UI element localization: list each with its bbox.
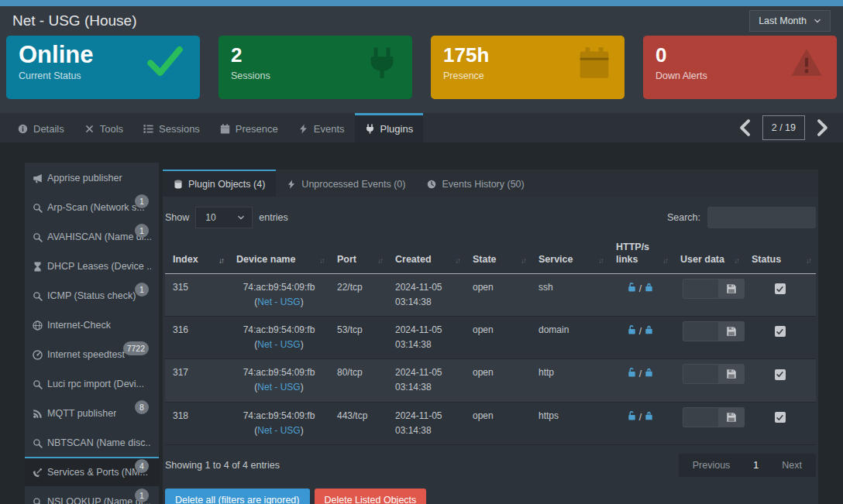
cell-port: 443/tcp xyxy=(329,402,387,444)
sidebar-item[interactable]: Luci rpc import (Devi... xyxy=(25,369,159,398)
page-size-select[interactable]: 10 xyxy=(195,207,253,228)
save-button[interactable] xyxy=(718,364,745,384)
sidebar-item[interactable]: NSLOOKUP (Name di...1 xyxy=(25,486,159,504)
sidebar-item[interactable]: MQTT publisher8 xyxy=(25,398,159,427)
column-header[interactable]: Created↓↑ xyxy=(387,238,465,273)
unlock-icon[interactable] xyxy=(627,410,637,420)
tab-label: Events xyxy=(314,123,345,135)
check-small-icon xyxy=(776,286,783,293)
count-badge: 1 xyxy=(135,283,149,297)
sidebar-item[interactable]: Arp-Scan (Network s...1 xyxy=(25,192,159,221)
clock-icon xyxy=(427,180,436,189)
cell-device-name: 74:ac:b9:54:09:fb(Net - USG) xyxy=(229,359,329,402)
lock-icon[interactable] xyxy=(644,410,654,420)
device-link[interactable]: Net - USG xyxy=(257,425,300,436)
slash-separator: / xyxy=(639,283,642,294)
list-icon xyxy=(143,124,153,134)
current-page-button[interactable]: 1 xyxy=(742,460,769,471)
tab-presence[interactable]: Presence xyxy=(210,113,288,142)
tab-label: Plugins xyxy=(380,123,414,135)
tab-events[interactable]: Events xyxy=(288,113,355,142)
column-header[interactable]: State↓↑ xyxy=(465,238,531,273)
user-data-input[interactable] xyxy=(683,407,718,427)
unlock-icon[interactable] xyxy=(627,282,637,292)
cell-created: 2024-11-0503:14:38 xyxy=(387,316,465,358)
count-badge: 1 xyxy=(135,224,149,238)
sidebar-item[interactable]: AVAHISCAN (Name di...1 xyxy=(25,221,159,251)
delete-all-button[interactable]: Delete all (filters are ignored) xyxy=(165,489,310,504)
status-cards: OnlineCurrent Status2Sessions175hPresenc… xyxy=(0,36,843,113)
lock-icon[interactable] xyxy=(644,282,654,292)
user-data-input[interactable] xyxy=(683,321,718,341)
device-pager-value: 2 / 19 xyxy=(762,115,805,140)
tab-details[interactable]: Details xyxy=(8,113,74,142)
sidebar-item-label: Apprise publisher xyxy=(47,173,122,183)
previous-page-button[interactable]: Previous xyxy=(680,460,743,471)
period-selector[interactable]: Last Month xyxy=(749,10,831,32)
unlock-icon[interactable] xyxy=(627,367,637,377)
column-header[interactable]: Index↓↑ xyxy=(165,238,229,273)
status-checkbox[interactable] xyxy=(775,283,786,294)
search-icon xyxy=(33,497,43,504)
device-link[interactable]: Net - USG xyxy=(257,382,300,393)
satellite-icon xyxy=(33,468,43,478)
sidebar-item[interactable]: NBTSCAN (Name disc... xyxy=(25,427,159,457)
tab-plugins[interactable]: Plugins xyxy=(355,113,424,142)
column-header[interactable]: HTTP/s links↓↑ xyxy=(608,238,673,273)
column-header[interactable]: User data↓↑ xyxy=(673,238,744,273)
chevron-left-icon[interactable] xyxy=(735,117,755,139)
chevron-right-icon[interactable] xyxy=(812,117,832,139)
plugin-tab[interactable]: Plugin Objects (4) xyxy=(163,170,276,197)
chevron-down-icon xyxy=(814,17,821,25)
column-header[interactable]: Port↓↑ xyxy=(329,238,387,273)
unlock-icon[interactable] xyxy=(627,324,637,334)
sidebar-item[interactable]: DHCP Leases (Device ... xyxy=(25,251,159,280)
chevron-down-icon xyxy=(237,214,245,221)
column-header[interactable]: Device name↓↑ xyxy=(229,238,329,273)
column-label: HTTP/s links xyxy=(616,242,649,265)
status-checkbox[interactable] xyxy=(775,369,786,380)
sort-icon: ↓↑ xyxy=(598,255,603,266)
sidebar-item[interactable]: Apprise publisher xyxy=(25,163,159,192)
sidebar-item[interactable]: ICMP (Status check)1 xyxy=(25,280,159,310)
save-button[interactable] xyxy=(718,407,745,427)
device-link[interactable]: Net - USG xyxy=(257,339,300,350)
user-data-input[interactable] xyxy=(683,279,718,299)
tab-tools[interactable]: Tools xyxy=(74,113,133,142)
tab-sessions[interactable]: Sessions xyxy=(133,113,210,142)
column-label: Index xyxy=(173,254,198,265)
page-size-value: 10 xyxy=(205,212,215,223)
sidebar-item[interactable]: Internet speedtest7722 xyxy=(25,339,159,369)
column-header[interactable]: Service↓↑ xyxy=(531,238,608,273)
cell-port: 80/tcp xyxy=(329,359,387,402)
plugin-tab[interactable]: Events History (50) xyxy=(416,170,535,197)
status-card: OnlineCurrent Status xyxy=(6,36,200,99)
user-data-input[interactable] xyxy=(683,364,718,384)
cell-state: open xyxy=(465,273,531,316)
search-input[interactable] xyxy=(707,207,816,228)
cell-status xyxy=(744,273,816,316)
slash-separator: / xyxy=(639,326,642,337)
status-checkbox[interactable] xyxy=(775,412,786,423)
cell-user-data xyxy=(673,359,744,402)
status-checkbox[interactable] xyxy=(775,326,786,337)
hourglass-icon xyxy=(33,262,43,272)
delete-listed-button[interactable]: Delete Listed Objects xyxy=(315,489,427,504)
column-header[interactable]: Status↓↑ xyxy=(744,238,816,273)
lock-icon[interactable] xyxy=(644,324,654,334)
lock-icon[interactable] xyxy=(644,367,654,377)
next-page-button[interactable]: Next xyxy=(769,460,814,471)
sidebar-item-label: Luci rpc import (Devi... xyxy=(47,379,144,389)
device-link[interactable]: Net - USG xyxy=(257,297,300,307)
save-button[interactable] xyxy=(718,279,745,299)
bullhorn-icon xyxy=(33,173,43,183)
action-buttons: Delete all (filters are ignored) Delete … xyxy=(165,489,816,504)
tab-label: Presence xyxy=(236,123,278,135)
plugin-tab[interactable]: Unprocessed Events (0) xyxy=(276,170,416,197)
column-label: Service xyxy=(538,254,573,265)
save-button[interactable] xyxy=(718,321,745,341)
table-row: 31574:ac:b9:54:09:fb(Net - USG)22/tcp202… xyxy=(165,273,816,316)
check-small-icon xyxy=(776,371,783,378)
sidebar-item[interactable]: Internet-Check xyxy=(25,310,159,339)
sidebar-item[interactable]: Services & Ports (NM...4 xyxy=(25,457,159,486)
